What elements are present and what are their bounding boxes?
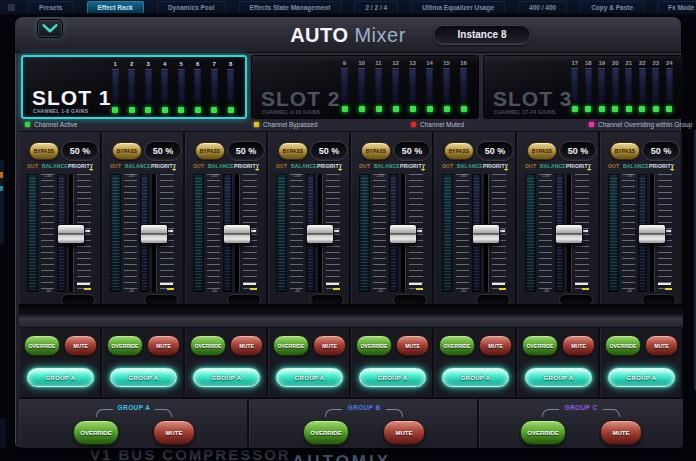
gain-value-display[interactable]: 50 % [227,141,265,161]
group-mute-button[interactable]: MUTE [383,420,425,445]
out-meter [193,174,204,292]
slot-channel: 15 [438,58,455,116]
gain-value-display[interactable]: 50 % [61,141,99,161]
bypass-button[interactable]: BYPASS [527,142,557,160]
balance-fader-handle[interactable] [306,224,334,244]
gain-value-display[interactable]: 50 % [310,141,348,161]
background-tab[interactable]: Ultima Equalizer Usage [411,1,505,13]
channel-strip: BYPASS 50 % OUT BALANCE PRIORITY +33 -40… [19,132,102,398]
gain-value-display[interactable]: 50 % [559,141,597,161]
background-tab[interactable]: Fx Mode [657,1,696,13]
channel-active-led [461,106,467,112]
slot-sublabel: CHANNEL 9-16 GAINS [262,109,320,115]
group-override-button[interactable]: OVERRIDE [520,420,566,445]
out-meter [276,174,287,292]
divider-band [19,304,683,328]
channel-active-led [653,106,659,112]
slot-channel: 16 [455,58,472,116]
gain-value-display[interactable]: 50 % [476,141,514,161]
scale-bottom-label: -40 [371,288,389,293]
background-tab[interactable]: Effect Rack [87,1,144,13]
channel-strip: BYPASS 50 % OUT BALANCE PRIORITY +33 -40… [185,132,268,398]
group-assign-button[interactable]: GROUP A [110,368,177,387]
override-button[interactable]: OVERRIDE [190,335,226,356]
bypass-button[interactable]: BYPASS [195,142,225,160]
override-button[interactable]: OVERRIDE [24,335,60,356]
background-tab[interactable]: Copy & Paste [580,1,644,13]
group-assign-button[interactable]: GROUP A [442,368,509,387]
bypass-button[interactable]: BYPASS [610,142,640,160]
mute-button[interactable]: MUTE [230,335,263,356]
background-tab[interactable]: Effects State Management [239,1,342,13]
priority-bottom-mark-accent [84,288,91,290]
gain-value-display[interactable]: 50 % [144,141,182,161]
group-label-bracket: GROUP A [19,404,249,417]
mute-button[interactable]: MUTE [479,335,512,356]
gain-value-display[interactable]: 50 % [393,141,431,161]
channel-number: 22 [639,59,646,67]
scale-top-label: +33 [288,173,306,178]
balance-fader-handle[interactable] [140,224,168,244]
slot-panel[interactable]: SLOT 2 CHANNEL 9-16 GAINS 9 10 11 12 13 … [251,55,479,119]
balance-fader-handle[interactable] [472,224,500,244]
bypass-button[interactable]: BYPASS [112,142,142,160]
channel-number: 19 [598,59,605,67]
mute-button[interactable]: MUTE [562,335,595,356]
mute-button[interactable]: MUTE [147,335,180,356]
legend-label: Channel Active [34,121,77,128]
slot-panel[interactable]: SLOT 1 CHANNEL 1-8 GAINS 1 2 3 4 5 6 7 8 [21,55,247,119]
group-assign-button[interactable]: GROUP A [27,368,94,387]
group-mute-button[interactable]: MUTE [600,420,642,445]
gain-value-display[interactable]: 50 % [642,141,680,161]
legend-color-swatch [411,122,416,127]
override-button[interactable]: OVERRIDE [522,335,558,356]
legend-color-swatch [589,122,594,127]
override-button[interactable]: OVERRIDE [439,335,475,356]
channel-number: 6 [196,60,199,68]
group-assign-button[interactable]: GROUP A [193,368,260,387]
slot-sublabel: CHANNEL 17-24 GAINS [494,109,555,115]
balance-fader-handle[interactable] [223,224,251,244]
channel-active-led [228,107,234,113]
background-tab[interactable]: Dynamics Pool [157,1,226,13]
balance-scale: +33 -40 [456,174,469,292]
override-button[interactable]: OVERRIDE [107,335,143,356]
mute-button[interactable]: MUTE [64,335,97,356]
balance-fader-handle[interactable] [389,224,417,244]
instance-selector[interactable]: Instance 8 [433,25,531,45]
mute-button[interactable]: MUTE [645,335,678,356]
group-assign-button[interactable]: GROUP A [276,368,343,387]
group-master-cell: GROUP C OVERRIDE MUTE [479,399,683,448]
override-button[interactable]: OVERRIDE [605,335,641,356]
balance-fader-handle[interactable] [555,224,583,244]
override-button[interactable]: OVERRIDE [356,335,392,356]
slot-channel: 4 [157,59,174,115]
balance-fader-handle[interactable] [638,224,666,244]
slot-panel[interactable]: SLOT 3 CHANNEL 17-24 GAINS 17 18 19 20 2… [483,55,683,119]
override-button[interactable]: OVERRIDE [273,335,309,356]
group-assign-button[interactable]: GROUP A [525,368,592,387]
channel-active-led [211,107,217,113]
background-tab[interactable]: 2 / 2 / 4 [354,1,398,13]
bypass-button[interactable]: BYPASS [444,142,474,160]
mute-button[interactable]: MUTE [396,335,429,356]
group-assign-button[interactable]: GROUP A [608,368,675,387]
balance-fader-handle[interactable] [57,224,85,244]
background-tab[interactable]: Presets [28,1,74,13]
group-override-button[interactable]: OVERRIDE [73,420,119,445]
group-mute-button[interactable]: MUTE [153,420,195,445]
bypass-button[interactable]: BYPASS [29,142,59,160]
channel-active-led [393,106,399,112]
bypass-button[interactable]: BYPASS [278,142,308,160]
channel-number: 3 [147,60,150,68]
group-master-cell: GROUP A OVERRIDE MUTE [19,399,249,448]
background-tab[interactable]: 400 / 400 [518,1,567,13]
mute-button[interactable]: MUTE [313,335,346,356]
bypass-button[interactable]: BYPASS [361,142,391,160]
priority-plus-label: + [421,166,425,173]
group-override-button[interactable]: OVERRIDE [303,420,349,445]
channel-meter [341,68,348,102]
group-assign-button[interactable]: GROUP A [359,368,426,387]
balance-scale: +33 -40 [622,174,635,292]
group-buttons: OVERRIDE MUTE [249,420,479,445]
